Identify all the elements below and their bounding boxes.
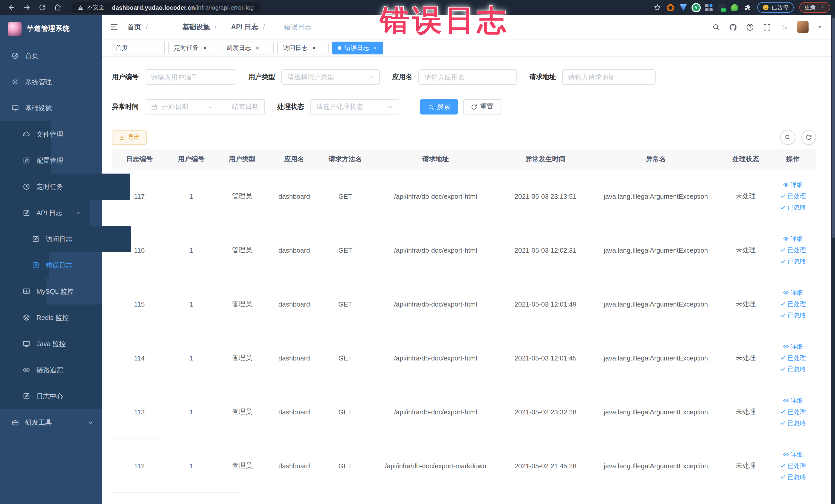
page-scrollbar[interactable] [831,15,835,504]
cell-user-id: 1 [167,354,216,362]
user-menu-caret-icon[interactable] [817,24,822,29]
mark-ignored-link[interactable]: 已忽略 [780,365,806,374]
extension-shield-icon[interactable] [680,4,687,11]
mark-ignored-link[interactable]: 已忽略 [780,473,806,481]
sidebar-item[interactable]: 首页 [0,43,55,69]
mark-processed-link[interactable]: 已处理 [780,354,806,362]
breadcrumb-link[interactable]: API 日志 [231,22,259,32]
breadcrumb-link[interactable]: 首页 [127,22,141,32]
menu-item-icon [23,287,30,295]
detail-link[interactable]: 详细 [783,396,803,405]
hide-search-button[interactable] [780,130,795,145]
sidebar-item[interactable]: 研发工具 [0,409,102,436]
mark-processed-link[interactable]: 已处理 [780,246,806,255]
tab-close-icon[interactable] [255,45,260,50]
forward-icon[interactable] [23,4,31,11]
user-type-select[interactable]: 请选择用户类型 [281,69,380,85]
address-bar[interactable]: 不安全 dashboard.yudao.iocoder.cn/infra/log… [71,2,261,13]
page-tab[interactable]: 定时任务 [168,41,217,54]
table-row: 114 1 管理员 dashboard GET /api/infra/db-do… [112,331,163,385]
menu-item-label: 配置管理 [37,156,63,165]
processed-label: 已处理 [788,461,806,470]
extension-switch-icon[interactable]: on [718,4,726,11]
tab-close-icon[interactable] [312,45,316,50]
process-status-select[interactable]: 请选择处理状态 [310,99,400,115]
detail-link[interactable]: 详细 [783,342,803,351]
search-button[interactable]: 搜索 [420,99,458,115]
table-header-cell: 操作 [770,154,816,164]
sidebar-item[interactable]: MySQL 监控 [0,278,46,304]
table-row: 117 1 管理员 dashboard GET /api/infra/db-do… [112,169,167,223]
extension-leaf-icon[interactable] [731,4,738,11]
cell-status: 未处理 [721,353,770,363]
sidebar-item[interactable]: 错误日志 [0,252,49,278]
sidebar-toggle-icon[interactable] [110,23,119,31]
detail-link[interactable]: 详细 [783,181,803,189]
font-size-icon[interactable] [780,23,788,31]
not-secure-icon [78,4,84,11]
sync-paused-chip[interactable]: 已暂停 [757,2,794,13]
menu-item-label: 日志中心 [37,391,63,401]
breadcrumb-link[interactable]: 基础设施 [182,22,210,32]
detail-link[interactable]: 详细 [783,450,803,459]
tab-label: 首页 [116,43,128,52]
sidebar-item[interactable]: API 日志 [0,200,90,226]
tab-close-icon[interactable] [203,45,207,50]
scrollbar-thumb[interactable] [831,18,834,238]
cell-app-name: dashboard [268,408,320,416]
mark-ignored-link[interactable]: 已忽略 [780,203,806,212]
sidebar-item[interactable]: 基础设施 [0,95,53,121]
back-icon[interactable] [8,4,15,11]
user-id-input[interactable] [145,69,236,85]
sidebar-item[interactable]: 文件管理 [0,121,51,147]
tab-close-icon[interactable] [373,45,377,50]
detail-link[interactable]: 详细 [783,235,803,243]
sidebar-item[interactable]: 日志中心 [0,383,102,409]
calendar-icon [151,103,158,110]
start-date-placeholder: 开始日期 [162,102,188,112]
request-url-input[interactable] [562,69,656,85]
mark-processed-link[interactable]: 已处理 [780,407,806,416]
bookmark-star-icon[interactable] [653,4,661,11]
sidebar-item[interactable]: 系统管理 [0,69,49,95]
sidebar-item[interactable]: 链路追踪 [0,357,102,383]
date-range-picker[interactable]: 开始日期 - 结束日期 [145,99,265,115]
user-avatar[interactable] [797,21,809,33]
reset-button[interactable]: 重置 [463,99,501,115]
update-chip[interactable]: 更新 [799,2,830,13]
reload-icon[interactable] [39,4,46,11]
search-icon[interactable] [712,23,720,31]
extension-v-icon[interactable]: V [693,4,700,11]
refresh-table-button[interactable] [801,130,816,145]
page-tab[interactable]: 错误日志 [332,41,383,54]
mark-processed-link[interactable]: 已处理 [780,300,806,308]
export-button[interactable]: 导出 [112,130,147,144]
cell-exception-time: 2021-05-03 12:02:31 [501,246,590,254]
mark-ignored-link[interactable]: 已忽略 [780,311,806,320]
menu-item-icon [23,183,30,190]
app-name-input[interactable] [419,69,517,85]
page-tab[interactable]: 调度日志 [221,41,273,54]
detail-link[interactable]: 详细 [783,288,803,297]
extension-orange-icon[interactable] [667,4,674,11]
page-tab[interactable]: 首页 [110,41,165,54]
fullscreen-icon[interactable] [763,23,771,31]
detail-label: 详细 [791,342,803,351]
help-icon[interactable] [746,23,754,31]
sidebar-item[interactable]: Redis 监控 [0,304,102,331]
extension-grid-icon[interactable] [705,4,713,11]
github-icon[interactable] [729,23,737,31]
mark-processed-link[interactable]: 已处理 [780,192,806,201]
mark-processed-link[interactable]: 已处理 [780,461,806,470]
page-tab[interactable]: 访问日志 [277,41,329,54]
error-log-table: 日志编号用户编号用户类型应用名请求方法名请求地址异常发生时间异常名处理状态操作 … [112,149,816,493]
sidebar-item[interactable]: Java 监控 [0,331,102,357]
mark-ignored-link[interactable]: 已忽略 [780,419,806,427]
browser-menu-icon[interactable] [819,5,825,10]
breadcrumb-link[interactable]: 错误日志 [284,22,312,32]
home-icon[interactable] [54,4,62,11]
extensions-puzzle-icon[interactable] [744,4,752,11]
mark-ignored-link[interactable]: 已忽略 [780,257,806,266]
cell-log-id: 112 [112,462,167,469]
sidebar-item[interactable]: 配置管理 [0,147,51,174]
